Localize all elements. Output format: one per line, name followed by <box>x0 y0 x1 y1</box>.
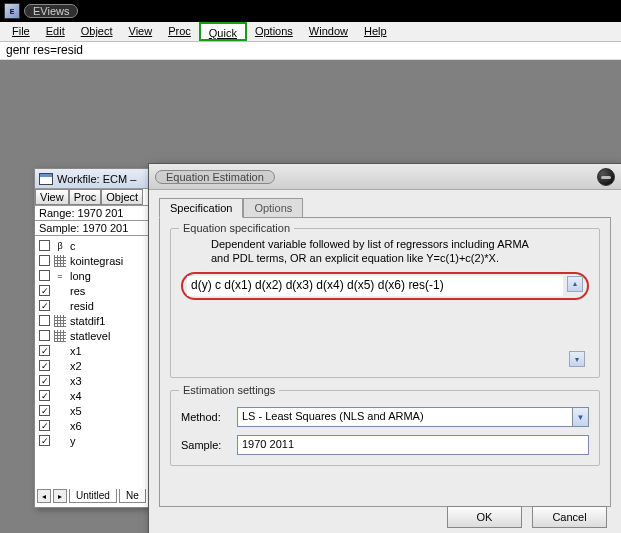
app-icon: E <box>4 3 20 19</box>
tab-nav-prev-icon[interactable]: ▸ <box>53 489 67 503</box>
sample-label: Sample: <box>181 439 229 451</box>
workfile-title-text: Workfile: ECM – <box>57 173 136 185</box>
series-icon <box>54 435 66 447</box>
checkbox-icon[interactable] <box>39 315 50 326</box>
workfile-item-label: x2 <box>70 360 82 372</box>
workfile-tab-untitled[interactable]: Untitled <box>69 489 117 503</box>
equation-icon: = <box>54 270 66 282</box>
workfile-item-label: res <box>70 285 85 297</box>
checkbox-icon[interactable] <box>39 255 50 266</box>
checkbox-icon[interactable] <box>39 285 50 296</box>
equation-specification-group: Equation specification Dependent variabl… <box>170 228 600 378</box>
method-value: LS - Least Squares (NLS and ARMA) <box>238 408 572 426</box>
app-title: EViews <box>24 4 78 18</box>
equation-spec-description: Dependent variable followed by list of r… <box>181 237 589 266</box>
workfile-item-label: long <box>70 270 91 282</box>
tab-options[interactable]: Options <box>243 198 303 217</box>
workfile-proc-button[interactable]: Proc <box>69 189 102 205</box>
scroll-down-icon[interactable]: ▾ <box>569 351 585 367</box>
series-icon <box>54 375 66 387</box>
tab-page-specification: Equation specification Dependent variabl… <box>159 217 611 507</box>
menu-view[interactable]: View <box>121 22 161 41</box>
menu-quick[interactable]: Quick <box>199 22 247 41</box>
menu-proc[interactable]: Proc <box>160 22 199 41</box>
coef-icon: β <box>54 240 66 252</box>
table-icon <box>54 330 66 342</box>
workfile-item-label: x4 <box>70 390 82 402</box>
checkbox-icon[interactable] <box>39 435 50 446</box>
main-title-bar: E EViews <box>0 0 621 22</box>
series-icon <box>54 405 66 417</box>
workspace: Workfile: ECM – View Proc Object Range: … <box>0 60 621 533</box>
equation-input-highlight: d(y) c d(x1) d(x2) d(x3) d(x4) d(x5) d(x… <box>181 272 589 300</box>
series-icon <box>54 390 66 402</box>
series-icon <box>54 285 66 297</box>
sample-input[interactable]: 1970 2011 <box>237 435 589 455</box>
dialog-button-row: OK Cancel <box>447 506 607 528</box>
tab-specification[interactable]: Specification <box>159 198 243 218</box>
estimation-settings-group: Estimation settings Method: LS - Least S… <box>170 390 600 466</box>
workfile-item-label: c <box>70 240 76 252</box>
checkbox-icon[interactable] <box>39 405 50 416</box>
checkbox-icon[interactable] <box>39 270 50 281</box>
chevron-down-icon[interactable]: ▼ <box>572 408 588 426</box>
checkbox-icon[interactable] <box>39 330 50 341</box>
estimation-settings-group-label: Estimation settings <box>179 384 279 396</box>
table-icon <box>54 255 66 267</box>
menu-file[interactable]: File <box>4 22 38 41</box>
menu-window[interactable]: Window <box>301 22 356 41</box>
menu-help[interactable]: Help <box>356 22 395 41</box>
checkbox-icon[interactable] <box>39 375 50 386</box>
checkbox-icon[interactable] <box>39 390 50 401</box>
workfile-item-label: statlevel <box>70 330 110 342</box>
dialog-title-text: Equation Estimation <box>155 170 275 184</box>
ok-button[interactable]: OK <box>447 506 522 528</box>
checkbox-icon[interactable] <box>39 240 50 251</box>
workfile-view-button[interactable]: View <box>35 189 69 205</box>
workfile-object-button[interactable]: Object <box>101 189 143 205</box>
checkbox-icon[interactable] <box>39 300 50 311</box>
workfile-item-label: resid <box>70 300 94 312</box>
checkbox-icon[interactable] <box>39 360 50 371</box>
workfile-item-label: kointegrasi <box>70 255 123 267</box>
workfile-item-label: x3 <box>70 375 82 387</box>
menu-edit[interactable]: Edit <box>38 22 73 41</box>
menu-bar: File Edit Object View Proc Quick Options… <box>0 22 621 42</box>
menu-object[interactable]: Object <box>73 22 121 41</box>
checkbox-icon[interactable] <box>39 420 50 431</box>
workfile-icon <box>39 173 53 185</box>
menu-options[interactable]: Options <box>247 22 301 41</box>
dialog-tab-strip: Specification Options <box>149 190 621 217</box>
workfile-tab-new[interactable]: Ne <box>119 489 146 503</box>
series-icon <box>54 420 66 432</box>
method-label: Method: <box>181 411 229 423</box>
tab-nav-first-icon[interactable]: ◂ <box>37 489 51 503</box>
dialog-title-bar[interactable]: Equation Estimation <box>149 164 621 190</box>
checkbox-icon[interactable] <box>39 345 50 356</box>
series-icon <box>54 360 66 372</box>
series-icon <box>54 345 66 357</box>
workfile-item-label: y <box>70 435 76 447</box>
workfile-item-label: statdif1 <box>70 315 105 327</box>
cancel-button[interactable]: Cancel <box>532 506 607 528</box>
equation-spec-group-label: Equation specification <box>179 222 294 234</box>
equation-input[interactable]: d(y) c d(x1) d(x2) d(x3) d(x4) d(x5) d(x… <box>187 276 563 296</box>
workfile-item-label: x5 <box>70 405 82 417</box>
command-input[interactable]: genr res=resid <box>0 42 621 60</box>
table-icon <box>54 315 66 327</box>
workfile-item-label: x6 <box>70 420 82 432</box>
workfile-item-label: x1 <box>70 345 82 357</box>
equation-estimation-dialog: Equation Estimation Specification Option… <box>148 163 621 533</box>
scroll-up-icon[interactable]: ▴ <box>567 276 583 292</box>
dialog-help-icon[interactable] <box>597 168 615 186</box>
method-combobox[interactable]: LS - Least Squares (NLS and ARMA) ▼ <box>237 407 589 427</box>
series-icon <box>54 300 66 312</box>
